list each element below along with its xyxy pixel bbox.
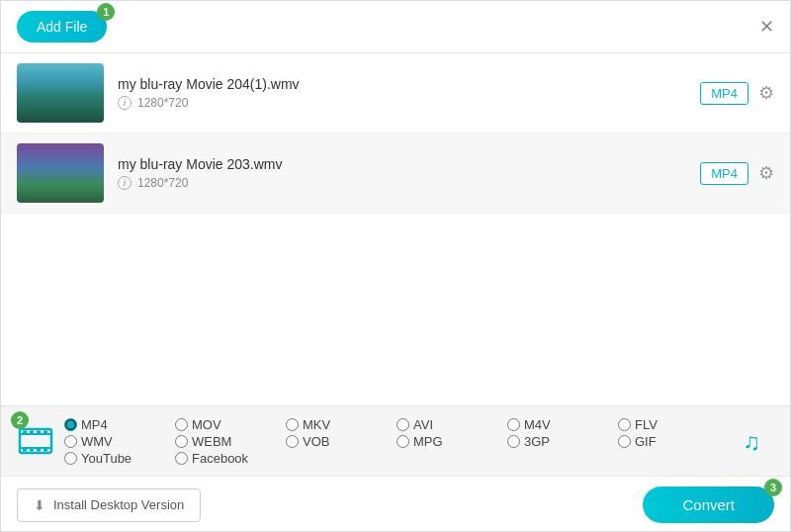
info-icon: i	[118, 96, 132, 110]
file-item: my blu-ray Movie 204(1).wmv i 1280*720 M…	[1, 53, 790, 133]
format-option-mkv[interactable]: MKV	[286, 417, 395, 432]
format-option-m4v[interactable]: M4V	[507, 417, 616, 432]
svg-rect-4	[23, 431, 27, 434]
footer: ⬇ Install Desktop Version Convert 3	[1, 476, 790, 532]
thumbnail	[17, 143, 104, 203]
thumbnail	[17, 63, 104, 123]
format-icon-area: 2	[11, 406, 60, 476]
format-option-3gp[interactable]: 3GP	[507, 434, 616, 449]
empty-space	[1, 297, 790, 405]
file-meta: i 1280*720	[118, 176, 700, 190]
svg-rect-9	[30, 449, 34, 452]
file-item: my blu-ray Movie 203.wmv i 1280*720 MP4 …	[1, 133, 790, 214]
install-label: Install Desktop Version	[53, 497, 184, 512]
settings-button[interactable]: ⚙	[758, 82, 774, 104]
format-panel: 2 MP4 MOV	[1, 405, 790, 476]
format-button[interactable]: MP4	[700, 162, 748, 185]
install-desktop-button[interactable]: ⬇ Install Desktop Version	[17, 488, 201, 522]
svg-rect-5	[30, 431, 34, 434]
convert-badge: 3	[764, 479, 782, 496]
format-option-flv[interactable]: FLV	[618, 417, 727, 432]
info-icon: i	[118, 176, 132, 190]
file-actions: MP4 ⚙	[700, 82, 774, 105]
music-note-icon: ♫	[739, 424, 772, 458]
music-icon-area: ♫	[731, 424, 780, 458]
format-option-vob[interactable]: VOB	[286, 434, 395, 449]
svg-rect-7	[44, 431, 47, 434]
svg-rect-6	[37, 431, 41, 434]
format-option-wmv[interactable]: WMV	[64, 434, 173, 449]
file-info: my blu-ray Movie 204(1).wmv i 1280*720	[118, 76, 700, 110]
format-option-mp4[interactable]: MP4	[64, 417, 173, 432]
file-resolution: 1280*720	[137, 96, 188, 110]
download-icon: ⬇	[34, 497, 45, 513]
format-option-youtube[interactable]: YouTube	[64, 451, 173, 466]
main-window: Add File 1 ✕ my blu-ray Movie 204(1).wmv…	[1, 1, 790, 532]
add-file-label: Add File	[37, 19, 87, 35]
format-panel-badge: 2	[11, 411, 29, 429]
settings-button[interactable]: ⚙	[758, 162, 774, 184]
file-info: my blu-ray Movie 203.wmv i 1280*720	[118, 156, 700, 190]
close-button[interactable]: ✕	[759, 18, 774, 36]
format-button[interactable]: MP4	[700, 82, 748, 105]
file-meta: i 1280*720	[118, 96, 700, 110]
format-option-avi[interactable]: AVI	[396, 417, 505, 432]
add-file-button[interactable]: Add File 1	[17, 11, 107, 43]
svg-text:♫: ♫	[743, 428, 760, 455]
top-bar: Add File 1 ✕	[1, 1, 790, 53]
convert-button[interactable]: Convert 3	[643, 487, 774, 523]
format-option-mov[interactable]: MOV	[175, 417, 284, 432]
svg-rect-1	[20, 434, 51, 448]
svg-rect-11	[44, 449, 47, 452]
file-list: my blu-ray Movie 204(1).wmv i 1280*720 M…	[1, 53, 790, 297]
svg-rect-10	[37, 449, 41, 452]
format-options: MP4 MOV MKV AVI M4V FLV WMV WEBM	[60, 409, 731, 474]
close-icon: ✕	[759, 17, 774, 37]
convert-label: Convert	[682, 496, 735, 513]
format-option-webm[interactable]: WEBM	[175, 434, 284, 449]
file-name: my blu-ray Movie 203.wmv	[118, 156, 700, 172]
file-actions: MP4 ⚙	[700, 162, 774, 185]
format-option-facebook[interactable]: Facebook	[175, 451, 284, 466]
format-option-gif[interactable]: GIF	[618, 434, 727, 449]
file-name: my blu-ray Movie 204(1).wmv	[118, 76, 700, 92]
format-option-mpg[interactable]: MPG	[396, 434, 505, 449]
svg-rect-8	[23, 449, 27, 452]
add-file-badge: 1	[97, 3, 115, 21]
file-resolution: 1280*720	[137, 176, 188, 190]
